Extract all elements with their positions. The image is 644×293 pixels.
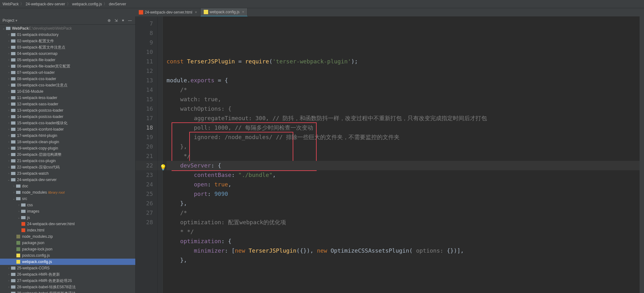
- line-number[interactable]: 23: [136, 170, 153, 180]
- chevron-right-icon[interactable]: ›: [7, 285, 11, 289]
- chevron-right-icon[interactable]: ›: [7, 33, 11, 36]
- tree-item[interactable]: ›11-webpack-less-loader: [0, 95, 135, 101]
- code-line[interactable]: module.exports = {: [167, 76, 640, 85]
- chevron-right-icon[interactable]: ›: [7, 115, 11, 118]
- code-line[interactable]: 💡 devServer: {: [167, 161, 640, 170]
- code-line[interactable]: ignored: /node_modules/ // 排除一些巨大的文件夹，不需…: [167, 132, 640, 142]
- tree-item[interactable]: ›23-webpack-watch: [0, 170, 135, 177]
- code-line[interactable]: minimizer: [new TerserJSPlugin({}), new …: [167, 246, 640, 255]
- expand-icon[interactable]: ⇲: [113, 18, 119, 23]
- tree-item[interactable]: ›02-webpack-配置文件: [0, 38, 135, 44]
- chevron-right-icon[interactable]: ›: [7, 103, 11, 106]
- line-number[interactable]: 16: [136, 104, 153, 114]
- dropdown-icon[interactable]: ▾: [15, 18, 17, 23]
- tree-item[interactable]: ›19-webpack-copy-plugin: [0, 145, 135, 151]
- tree-item[interactable]: ›17-webpack-html-plugin: [0, 132, 135, 139]
- close-icon[interactable]: ×: [242, 10, 244, 14]
- tree-item[interactable]: ›04-webpack-sourcemap: [0, 50, 135, 57]
- code-line[interactable]: optimization: 配置webpack的优化项: [167, 218, 640, 227]
- scroll-map[interactable]: [640, 16, 644, 293]
- chevron-right-icon[interactable]: ›: [7, 159, 11, 162]
- tree-item[interactable]: index.html: [0, 227, 135, 233]
- line-number[interactable]: 25: [136, 189, 153, 199]
- tree-item[interactable]: package.json: [0, 240, 135, 246]
- tree-item[interactable]: ⌄24-webpack-dev-server: [0, 177, 135, 183]
- locate-icon[interactable]: ⊕: [106, 18, 112, 23]
- chevron-right-icon[interactable]: ›: [7, 166, 11, 169]
- hide-icon[interactable]: —: [127, 18, 133, 23]
- chevron-right-icon[interactable]: ›: [7, 140, 11, 144]
- tree-item[interactable]: ›01-webpack-introductory: [0, 32, 135, 38]
- tree-item[interactable]: ›25-webpack-CORS: [0, 265, 135, 271]
- chevron-down-icon[interactable]: ⌄: [2, 27, 6, 30]
- chevron-right-icon[interactable]: ›: [7, 172, 11, 175]
- project-tree[interactable]: ⌄WebPack E:\develop\web\WebPack›01-webpa…: [0, 25, 135, 293]
- code-area[interactable]: const TerserJSPlugin = require('terser-w…: [163, 16, 640, 293]
- code-line[interactable]: open: true,: [167, 180, 640, 189]
- line-number[interactable]: 18: [136, 123, 153, 132]
- chevron-right-icon[interactable]: ›: [12, 185, 16, 188]
- chevron-right-icon[interactable]: ›: [7, 279, 11, 282]
- sidebar-title[interactable]: Project: [3, 18, 14, 23]
- line-number[interactable]: 21: [136, 151, 153, 161]
- chevron-right-icon[interactable]: ›: [7, 147, 11, 150]
- chevron-down-icon[interactable]: ⌄: [12, 197, 16, 200]
- tree-item[interactable]: ›doc: [0, 183, 135, 189]
- chevron-right-icon[interactable]: ›: [7, 65, 11, 68]
- code-line[interactable]: poll: 1000, // 每隔多少时间检查一次变动: [167, 123, 640, 132]
- tree-item[interactable]: 24-webpack-dev-server.html: [0, 221, 135, 227]
- breadcrumb-root[interactable]: WebPack: [3, 2, 19, 6]
- tree-item[interactable]: node_modules.zip: [0, 233, 135, 240]
- tree-item[interactable]: ›images: [0, 208, 135, 214]
- tree-item[interactable]: ›18-webpack-clean-plugin: [0, 139, 135, 145]
- intention-bulb-icon[interactable]: 💡: [160, 163, 165, 168]
- chevron-right-icon[interactable]: ›: [7, 96, 11, 99]
- code-line[interactable]: },: [167, 199, 640, 208]
- code-line[interactable]: optimization: {: [167, 237, 640, 246]
- chevron-right-icon[interactable]: ›: [7, 90, 11, 93]
- tree-item[interactable]: ›09-webpack-css-loader注意点: [0, 82, 135, 88]
- chevron-right-icon[interactable]: ›: [7, 84, 11, 87]
- tree-item[interactable]: ›css: [0, 202, 135, 208]
- close-icon[interactable]: ×: [195, 10, 197, 15]
- tree-item[interactable]: postcss.config.js: [0, 252, 135, 259]
- code-editor[interactable]: 7891011121314151617181920212223242526272…: [136, 16, 644, 293]
- breadcrumb-part[interactable]: webpack.config.js: [72, 2, 102, 6]
- editor-tab[interactable]: webpack.config.js×: [201, 8, 248, 16]
- line-number[interactable]: 12: [136, 66, 153, 76]
- line-number[interactable]: 9: [136, 38, 153, 47]
- chevron-right-icon[interactable]: ›: [7, 46, 11, 49]
- code-line[interactable]: watch: true,: [167, 95, 640, 104]
- chevron-down-icon[interactable]: ⌄: [17, 216, 21, 219]
- code-line[interactable]: /*: [167, 85, 640, 95]
- code-line[interactable]: aggregateTimeout: 300, // 防抖，和函数防抖一样，改变过…: [167, 114, 640, 123]
- code-line[interactable]: */: [167, 151, 640, 161]
- tree-item[interactable]: ›20-webpack-层级结构调整: [0, 151, 135, 158]
- chevron-right-icon[interactable]: ›: [7, 153, 11, 156]
- chevron-right-icon[interactable]: ›: [17, 203, 21, 207]
- line-number[interactable]: 17: [136, 114, 153, 123]
- tree-item[interactable]: ⌄js: [0, 214, 135, 221]
- line-number[interactable]: 28: [136, 218, 153, 227]
- tree-item[interactable]: ›08-webpack-css-loader: [0, 76, 135, 82]
- line-number[interactable]: 8: [136, 28, 153, 38]
- tree-item[interactable]: ›03-webpack-配置文件注意点: [0, 44, 135, 50]
- chevron-right-icon[interactable]: ›: [7, 71, 11, 74]
- chevron-right-icon[interactable]: ›: [7, 273, 11, 276]
- tree-item[interactable]: ›15-webpack-css-loader模块化: [0, 120, 135, 126]
- code-line[interactable]: * */: [167, 227, 640, 237]
- tree-item[interactable]: ›28-webpack-babel-转换ES678语法: [0, 284, 135, 290]
- tree-item[interactable]: ›16-webpack-iconfont-loader: [0, 126, 135, 132]
- chevron-right-icon[interactable]: ›: [7, 39, 11, 43]
- breadcrumb-part[interactable]: 24-webpack-dev-server: [26, 2, 65, 6]
- line-number[interactable]: 27: [136, 208, 153, 218]
- line-number[interactable]: 15: [136, 95, 153, 104]
- chevron-right-icon[interactable]: ›: [12, 191, 16, 194]
- line-number[interactable]: 26: [136, 199, 153, 208]
- tree-item[interactable]: ›06-webpack-file-loader其它配置: [0, 63, 135, 69]
- code-line[interactable]: const TerserJSPlugin = require('terser-w…: [167, 57, 640, 66]
- line-number[interactable]: 10: [136, 47, 153, 57]
- tree-item[interactable]: ›27-webpack-HMR-热更新处理JS: [0, 278, 135, 284]
- chevron-right-icon[interactable]: ›: [7, 128, 11, 131]
- line-number[interactable]: 20: [136, 142, 153, 151]
